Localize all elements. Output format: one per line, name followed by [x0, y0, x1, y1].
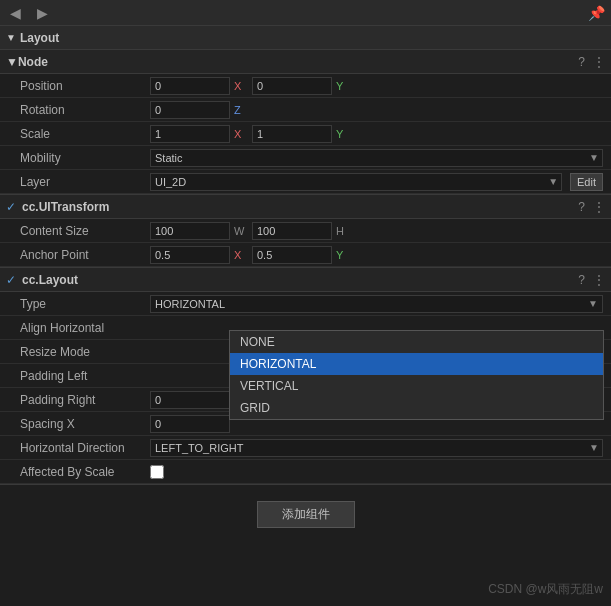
- position-row: Position X Y: [0, 74, 611, 98]
- dropdown-option-grid[interactable]: GRID: [230, 397, 603, 419]
- horizontal-dir-select-wrapper: LEFT_TO_RIGHT ▼: [150, 439, 603, 457]
- dropdown-option-horizontal[interactable]: HORIZONTAL: [230, 353, 603, 375]
- anchor-x-axis: X: [234, 249, 248, 261]
- layout-section-header[interactable]: ▼ Layout: [0, 26, 611, 50]
- mobility-label: Mobility: [20, 151, 150, 165]
- dropdown-none-label: NONE: [240, 335, 275, 349]
- add-component-area: 添加组件: [0, 485, 611, 544]
- dropdown-option-vertical[interactable]: VERTICAL: [230, 375, 603, 397]
- scale-y-axis: Y: [336, 128, 350, 140]
- node-section-title: Node: [18, 55, 48, 69]
- mobility-select-wrapper: Static ▼: [150, 149, 603, 167]
- scale-y-input[interactable]: [252, 125, 332, 143]
- horizontal-dir-row: Horizontal Direction LEFT_TO_RIGHT ▼: [0, 436, 611, 460]
- scale-x-input[interactable]: [150, 125, 230, 143]
- anchor-y-input[interactable]: [252, 246, 332, 264]
- node-section-header[interactable]: ▼ Node ? ⋮: [0, 50, 611, 74]
- anchor-point-row: Anchor Point X Y: [0, 243, 611, 267]
- uitransform-check-icon: ✓: [6, 200, 16, 214]
- cclayout-help-icon[interactable]: ?: [578, 273, 585, 287]
- dropdown-option-none[interactable]: NONE: [230, 331, 603, 353]
- type-label: Type: [20, 297, 150, 311]
- layer-select-wrapper: UI_2D ▼: [150, 173, 562, 191]
- scale-x-axis: X: [234, 128, 248, 140]
- affected-scale-row: Affected By Scale: [0, 460, 611, 484]
- dropdown-grid-label: GRID: [240, 401, 270, 415]
- watermark: CSDN @w风雨无阻w: [488, 581, 603, 598]
- position-y-input[interactable]: [252, 77, 332, 95]
- anchor-label: Anchor Point: [20, 248, 150, 262]
- scale-value-area: X Y: [150, 125, 603, 143]
- rotation-label: Rotation: [20, 103, 150, 117]
- position-x-axis: X: [234, 80, 248, 92]
- spacing-x-label: Spacing X: [20, 417, 150, 431]
- rotation-row: Rotation Z: [0, 98, 611, 122]
- type-row: Type HORIZONTAL ▼: [0, 292, 611, 316]
- cclayout-menu-icon[interactable]: ⋮: [593, 273, 605, 287]
- resize-mode-label: Resize Mode: [20, 345, 150, 359]
- position-y-axis: Y: [336, 80, 350, 92]
- layer-select[interactable]: UI_2D: [150, 173, 562, 191]
- horizontal-dir-value-area: LEFT_TO_RIGHT ▼: [150, 439, 603, 457]
- type-value-text: HORIZONTAL: [155, 298, 225, 310]
- uitransform-title: cc.UITransform: [22, 200, 109, 214]
- top-bar: ◀ ▶ 📌: [0, 0, 611, 26]
- content-size-value-area: W H: [150, 222, 603, 240]
- type-display[interactable]: HORIZONTAL ▼: [150, 295, 603, 313]
- layout-section-title: Layout: [20, 31, 59, 45]
- rotation-input[interactable]: [150, 101, 230, 119]
- type-dropdown-overlay: NONE HORIZONTAL VERTICAL GRID: [229, 330, 604, 420]
- spacing-x-input[interactable]: [150, 415, 230, 433]
- mobility-value-area: Static ▼: [150, 149, 603, 167]
- uitransform-header[interactable]: ✓ cc.UITransform ? ⋮: [0, 195, 611, 219]
- position-x-input[interactable]: [150, 77, 230, 95]
- affected-scale-label: Affected By Scale: [20, 465, 150, 479]
- content-size-row: Content Size W H: [0, 219, 611, 243]
- rotation-z-axis: Z: [234, 104, 248, 116]
- dropdown-vertical-label: VERTICAL: [240, 379, 298, 393]
- horizontal-dir-label: Horizontal Direction: [20, 441, 150, 455]
- type-dropdown-arrow-icon: ▼: [588, 298, 598, 309]
- affected-scale-checkbox[interactable]: [150, 465, 164, 479]
- layer-label: Layer: [20, 175, 150, 189]
- node-menu-icon[interactable]: ⋮: [593, 55, 605, 69]
- cclayout-header[interactable]: ✓ cc.Layout ? ⋮: [0, 268, 611, 292]
- add-component-button[interactable]: 添加组件: [257, 501, 355, 528]
- content-h-axis: H: [336, 225, 350, 237]
- rotation-value-area: Z: [150, 101, 603, 119]
- node-help-icon[interactable]: ?: [578, 55, 585, 69]
- padding-left-label: Padding Left: [20, 369, 150, 383]
- content-w-axis: W: [234, 225, 248, 237]
- align-horizontal-label: Align Horizontal: [20, 321, 150, 335]
- position-label: Position: [20, 79, 150, 93]
- affected-scale-value-area: [150, 465, 603, 479]
- uitransform-help-icon[interactable]: ?: [578, 200, 585, 214]
- layer-row: Layer UI_2D ▼ Edit: [0, 170, 611, 194]
- content-size-label: Content Size: [20, 224, 150, 238]
- watermark-text: CSDN @w风雨无阻w: [488, 582, 603, 596]
- padding-right-input[interactable]: [150, 391, 230, 409]
- content-w-input[interactable]: [150, 222, 230, 240]
- cclayout-section: ✓ cc.Layout ? ⋮ Type HORIZONTAL ▼ NONE: [0, 268, 611, 485]
- uitransform-menu-icon[interactable]: ⋮: [593, 200, 605, 214]
- content-h-input[interactable]: [252, 222, 332, 240]
- scale-label: Scale: [20, 127, 150, 141]
- position-value-area: X Y: [150, 77, 603, 95]
- forward-button[interactable]: ▶: [33, 5, 52, 21]
- scale-row: Scale X Y: [0, 122, 611, 146]
- layer-edit-button[interactable]: Edit: [570, 173, 603, 191]
- horizontal-dir-select[interactable]: LEFT_TO_RIGHT: [150, 439, 603, 457]
- anchor-x-input[interactable]: [150, 246, 230, 264]
- layout-arrow-icon: ▼: [6, 32, 16, 43]
- cclayout-check-icon: ✓: [6, 273, 16, 287]
- mobility-select[interactable]: Static: [150, 149, 603, 167]
- node-section: ▼ Node ? ⋮ Position X Y Rotation Z: [0, 50, 611, 195]
- layer-value-area: UI_2D ▼ Edit: [150, 173, 603, 191]
- mobility-row: Mobility Static ▼: [0, 146, 611, 170]
- cclayout-title: cc.Layout: [22, 273, 78, 287]
- uitransform-section: ✓ cc.UITransform ? ⋮ Content Size W H An…: [0, 195, 611, 268]
- padding-right-label: Padding Right: [20, 393, 150, 407]
- type-value-area: HORIZONTAL ▼: [150, 295, 603, 313]
- back-button[interactable]: ◀: [6, 5, 25, 21]
- dropdown-horizontal-label: HORIZONTAL: [240, 357, 316, 371]
